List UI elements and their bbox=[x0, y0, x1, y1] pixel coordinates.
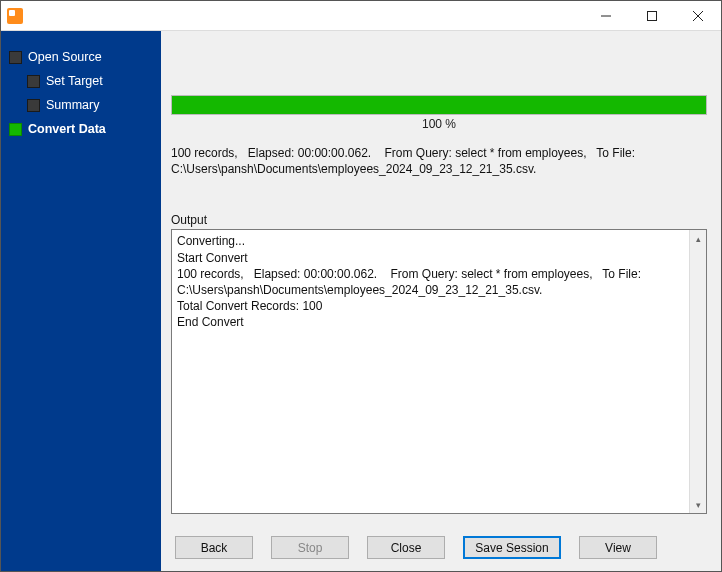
view-button[interactable]: View bbox=[579, 536, 657, 559]
step-status-icon bbox=[9, 123, 22, 136]
sidebar-item-label: Summary bbox=[46, 98, 99, 112]
sidebar: Open Source Set Target Summary Convert D… bbox=[1, 31, 161, 571]
stop-button[interactable]: Stop bbox=[271, 536, 349, 559]
save-session-button[interactable]: Save Session bbox=[463, 536, 561, 559]
close-button[interactable]: Close bbox=[367, 536, 445, 559]
back-button[interactable]: Back bbox=[175, 536, 253, 559]
close-window-button[interactable] bbox=[675, 1, 721, 31]
app-icon bbox=[7, 8, 23, 24]
minimize-button[interactable] bbox=[583, 1, 629, 31]
progress-label: 100 % bbox=[171, 117, 707, 131]
sidebar-item-set-target[interactable]: Set Target bbox=[1, 69, 161, 93]
output-label: Output bbox=[171, 213, 707, 227]
main: Open Source Set Target Summary Convert D… bbox=[1, 31, 721, 571]
scroll-down-icon[interactable]: ▾ bbox=[690, 496, 706, 513]
progressbar-fill bbox=[172, 96, 706, 114]
titlebar bbox=[1, 1, 721, 31]
maximize-button[interactable] bbox=[629, 1, 675, 31]
scroll-up-icon[interactable]: ▴ bbox=[690, 230, 706, 247]
sidebar-item-summary[interactable]: Summary bbox=[1, 93, 161, 117]
output-scrollbar[interactable]: ▴ ▾ bbox=[689, 230, 706, 513]
buttonbar: Back Stop Close Save Session View bbox=[161, 526, 721, 571]
sidebar-item-open-source[interactable]: Open Source bbox=[1, 45, 161, 69]
conversion-summary: 100 records, Elapsed: 00:00:00.062. From… bbox=[171, 145, 707, 177]
sidebar-item-label: Open Source bbox=[28, 50, 102, 64]
step-status-icon bbox=[9, 51, 22, 64]
progressbar bbox=[171, 95, 707, 115]
output-box: Converting...Start Convert100 records, E… bbox=[171, 229, 707, 514]
output-text[interactable]: Converting...Start Convert100 records, E… bbox=[172, 230, 689, 513]
sidebar-item-label: Set Target bbox=[46, 74, 103, 88]
content: 100 % 100 records, Elapsed: 00:00:00.062… bbox=[161, 31, 721, 571]
step-status-icon bbox=[27, 99, 40, 112]
progress-region: 100 % bbox=[171, 95, 707, 131]
sidebar-item-convert-data[interactable]: Convert Data bbox=[1, 117, 161, 141]
svg-rect-1 bbox=[648, 11, 657, 20]
step-status-icon bbox=[27, 75, 40, 88]
sidebar-item-label: Convert Data bbox=[28, 122, 106, 136]
